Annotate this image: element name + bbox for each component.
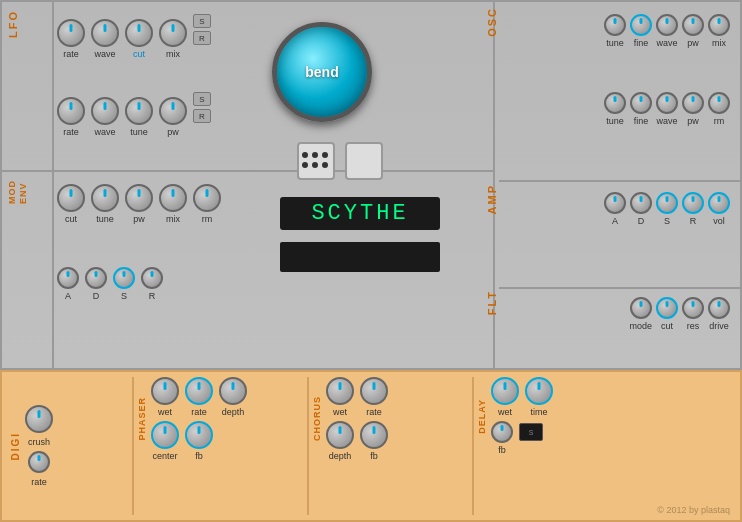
lfo-rate-2-knob[interactable] (57, 97, 85, 125)
flt-cut-knob[interactable] (656, 297, 678, 319)
flt-cut-label: cut (661, 321, 673, 331)
phaser-center-knob[interactable] (151, 421, 179, 449)
osc-tune-1-knob[interactable] (604, 14, 626, 36)
dot3 (322, 152, 328, 158)
digi-rate-knob[interactable] (28, 451, 50, 473)
delay-wet-knob[interactable] (491, 377, 519, 405)
flt-res-knob[interactable] (682, 297, 704, 319)
delay-sync-button[interactable]: S (519, 423, 543, 441)
chorus-depth-knob[interactable] (326, 421, 354, 449)
osc-tune-2-label: tune (606, 116, 624, 126)
digi-crush-label: crush (28, 437, 50, 447)
modenv-mix-knob[interactable] (159, 184, 187, 212)
lfo-rate-1-knob[interactable] (57, 19, 85, 47)
osc-tune-2-knob[interactable] (604, 92, 626, 114)
main-panel: LFO rate wave cut mix S R rate (0, 0, 742, 370)
delay-sync-label: S (529, 429, 534, 436)
dice-dots (302, 152, 330, 170)
delay-fb-group: fb (491, 421, 513, 455)
lfo-pw-2-knob[interactable] (159, 97, 187, 125)
osc-row1: tune fine wave pw mix (604, 14, 730, 48)
phaser-center-label: center (152, 451, 177, 461)
lfo-row1: rate wave cut mix S R (57, 14, 211, 59)
modenv-d-group: D (85, 267, 107, 301)
phaser-wet-knob[interactable] (151, 377, 179, 405)
phaser-rate-knob[interactable] (185, 377, 213, 405)
flt-res-group: res (682, 297, 704, 331)
amp-vol-knob[interactable] (708, 192, 730, 214)
flt-drive-knob[interactable] (708, 297, 730, 319)
lfo-r-btn-2[interactable]: R (193, 109, 211, 123)
lfo-tune-2-knob[interactable] (125, 97, 153, 125)
chorus-wet-knob[interactable] (326, 377, 354, 405)
osc-tune-1-label: tune (606, 38, 624, 48)
phaser-fb-knob[interactable] (185, 421, 213, 449)
osc-wave-1-knob[interactable] (656, 14, 678, 36)
lfo-mix-1-knob[interactable] (159, 19, 187, 47)
modenv-rm-label: rm (202, 214, 213, 224)
h-divider-flt (499, 287, 740, 289)
lfo-label: LFO (7, 10, 19, 42)
chorus-rate-knob[interactable] (360, 377, 388, 405)
modenv-cut-label: cut (65, 214, 77, 224)
lfo-s-btn-2[interactable]: S (193, 92, 211, 106)
lfo-s-btn-1[interactable]: S (193, 14, 211, 28)
lfo-rate-1-label: rate (63, 49, 79, 59)
modenv-cut-knob[interactable] (57, 184, 85, 212)
osc-fine-1-label: fine (634, 38, 649, 48)
osc-fine-1-knob[interactable] (630, 14, 652, 36)
dot2 (312, 152, 318, 158)
lfo-wave-1-knob[interactable] (91, 19, 119, 47)
osc-pw-2-knob[interactable] (682, 92, 704, 114)
phaser-rate-group: rate (185, 377, 213, 417)
lfo-cut-1-group: cut (125, 19, 153, 59)
flt-drive-group: drive (708, 297, 730, 331)
lfo-wave-2-knob[interactable] (91, 97, 119, 125)
amp-d-knob[interactable] (630, 192, 652, 214)
osc-mix-1-knob[interactable] (708, 14, 730, 36)
chorus-wet-group: wet (326, 377, 354, 417)
chorus-fb-knob[interactable] (360, 421, 388, 449)
flt-row: mode cut res drive (629, 297, 730, 331)
phaser-center-group: center (151, 421, 179, 461)
osc-rm-2-knob[interactable] (708, 92, 730, 114)
lfo-cut-1-knob[interactable] (125, 19, 153, 47)
modenv-r-knob[interactable] (141, 267, 163, 289)
copyright: © 2012 by plastaq (657, 505, 730, 515)
modenv-s-knob[interactable] (113, 267, 135, 289)
left-divider (52, 2, 54, 368)
phaser-row1: wet rate depth (151, 377, 247, 417)
osc-pw-2-group: pw (682, 92, 704, 126)
square-button[interactable] (345, 142, 383, 180)
flt-res-label: res (687, 321, 700, 331)
osc-wave-2-knob[interactable] (656, 92, 678, 114)
modenv-a-knob[interactable] (57, 267, 79, 289)
modenv-d-knob[interactable] (85, 267, 107, 289)
amp-s-knob[interactable] (656, 192, 678, 214)
h-divider-osc (499, 180, 740, 182)
phaser-section: PHASER wet rate depth (137, 377, 247, 461)
osc-pw-1-group: pw (682, 14, 704, 48)
modenv-row1: cut tune pw mix rm (57, 184, 221, 224)
lfo-pw-2-group: pw (159, 97, 187, 137)
osc-tune-1-group: tune (604, 14, 626, 48)
delay-fb-knob[interactable] (491, 421, 513, 443)
modenv-pw-knob[interactable] (125, 184, 153, 212)
modenv-tune-knob[interactable] (91, 184, 119, 212)
phaser-fb-label: fb (195, 451, 203, 461)
bend-knob[interactable]: bend (272, 22, 372, 122)
lfo-rate-2-group: rate (57, 97, 85, 137)
digi-crush-knob[interactable] (25, 405, 53, 433)
osc-fine-2-knob[interactable] (630, 92, 652, 114)
amp-r-knob[interactable] (682, 192, 704, 214)
amp-a-knob[interactable] (604, 192, 626, 214)
modenv-rm-knob[interactable] (193, 184, 221, 212)
amp-vol-label: vol (713, 216, 725, 226)
delay-time-knob[interactable] (525, 377, 553, 405)
phaser-depth-knob[interactable] (219, 377, 247, 405)
delay-label: DELAY (477, 399, 487, 434)
lfo-r-btn-1[interactable]: R (193, 31, 211, 45)
osc-pw-1-knob[interactable] (682, 14, 704, 36)
dice-button[interactable] (297, 142, 335, 180)
flt-mode-knob[interactable] (630, 297, 652, 319)
